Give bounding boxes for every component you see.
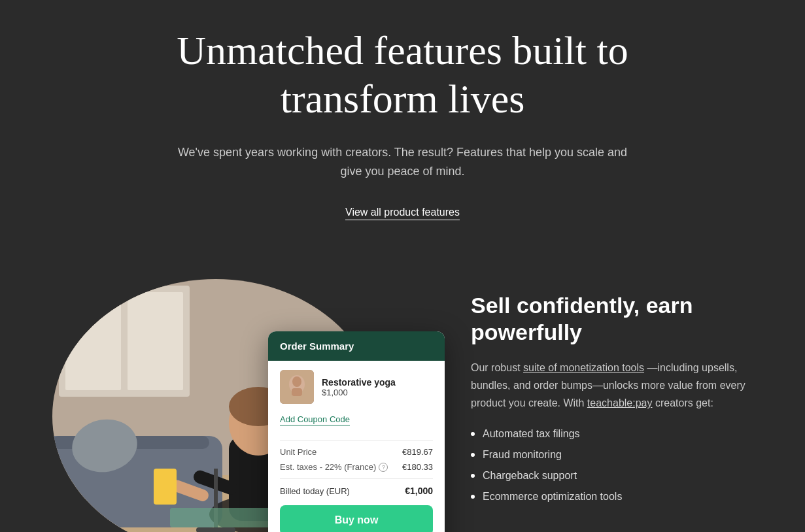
bullet-icon <box>471 495 475 499</box>
product-info: Restorative yoga $1,000 <box>322 377 396 397</box>
bullet-icon <box>471 453 475 457</box>
svg-point-21 <box>292 376 301 387</box>
svg-rect-3 <box>128 292 183 390</box>
product-thumbnail <box>280 370 314 404</box>
list-item: Automated tax filings <box>471 428 753 440</box>
tax-value: €180.33 <box>402 462 433 472</box>
order-card-header: Order Summary <box>268 331 445 361</box>
bullet-icon <box>471 474 475 478</box>
billed-row: Billed today (EUR) €1,000 <box>280 478 433 496</box>
sell-description: Our robust suite of monetization tools —… <box>471 359 753 412</box>
svg-rect-17 <box>196 527 235 532</box>
hero-subtitle: We've spent years working with creators.… <box>174 143 632 181</box>
product-price: $1,000 <box>322 388 396 397</box>
view-features-link[interactable]: View all product features <box>345 207 460 220</box>
tax-info-icon[interactable]: ? <box>379 463 388 472</box>
list-item: Ecommerce optimization tools <box>471 491 753 503</box>
left-section: Order Summary <box>52 279 432 532</box>
unit-price-value: €819.67 <box>402 447 433 457</box>
teachable-pay-link[interactable]: teachable:pay <box>587 397 653 408</box>
tax-row: Est. taxes - 22% (France) ? €180.33 <box>280 462 433 472</box>
tax-label: Est. taxes - 22% (France) ? <box>280 462 388 472</box>
page-wrapper: Unmatched features built to transform li… <box>0 0 805 532</box>
product-name: Restorative yoga <box>322 377 396 388</box>
sell-heading: Sell confidently, earn powerfully <box>471 292 753 346</box>
svg-rect-22 <box>292 388 302 396</box>
order-card-body: Restorative yoga $1,000 Add Coupon Code … <box>268 361 445 532</box>
hero-section: Unmatched features built to transform li… <box>52 26 753 253</box>
billed-value: €1,000 <box>405 486 433 496</box>
product-row: Restorative yoga $1,000 <box>280 370 433 404</box>
order-summary-card: Order Summary <box>268 331 445 532</box>
unit-price-row: Unit Price €819.67 <box>280 447 433 457</box>
list-item: Chargeback support <box>471 470 753 482</box>
features-list: Automated tax filings Fraud monitoring C… <box>471 428 753 503</box>
buy-now-button[interactable]: Buy now <box>280 505 433 532</box>
svg-rect-15 <box>154 469 177 505</box>
main-content: Order Summary <box>52 279 753 532</box>
right-section: Sell confidently, earn powerfully Our ro… <box>471 279 753 511</box>
unit-price-label: Unit Price <box>280 447 317 457</box>
list-item: Fraud monitoring <box>471 449 753 461</box>
coupon-link[interactable]: Add Coupon Code <box>280 414 350 425</box>
bullet-icon <box>471 432 475 436</box>
billed-label: Billed today (EUR) <box>280 486 350 496</box>
divider <box>280 440 433 441</box>
hero-title: Unmatched features built to transform li… <box>52 26 753 124</box>
monetization-tools-link[interactable]: suite of monetization tools <box>523 362 644 373</box>
svg-rect-2 <box>65 292 121 390</box>
